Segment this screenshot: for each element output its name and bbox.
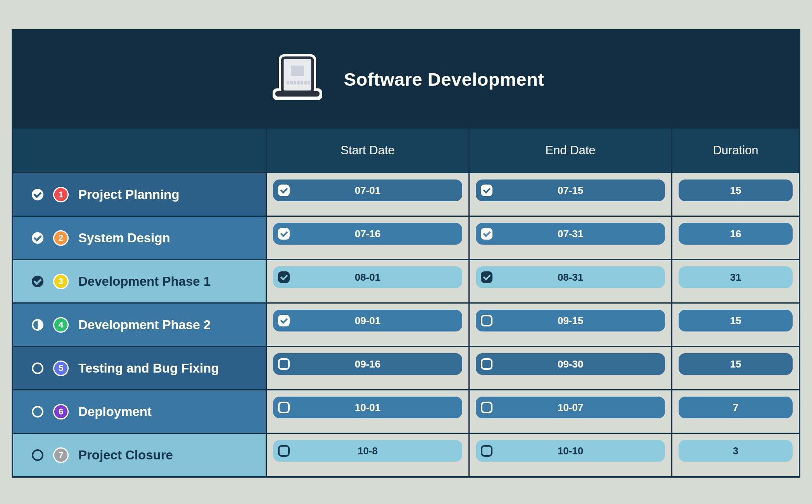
duration-pill[interactable]: 15 (679, 180, 793, 201)
table-body: 1 Project Planning 07-01 07-15 15 2 Syst… (13, 172, 799, 476)
duration-pill[interactable]: 15 (679, 310, 793, 331)
start-date-checkbox[interactable] (278, 271, 290, 283)
start-date-cell: 07-16 (267, 217, 470, 259)
duration-pill[interactable]: 31 (679, 266, 793, 288)
end-date-checkbox[interactable] (481, 271, 492, 283)
status-icon (32, 189, 43, 200)
status-icon (32, 449, 43, 461)
task-name: Project Closure (78, 448, 173, 463)
start-date-value: 09-01 (355, 315, 381, 327)
task-number-badge: 6 (53, 404, 69, 419)
status-icon (32, 319, 43, 331)
start-date-checkbox[interactable] (278, 315, 290, 326)
start-date-checkbox[interactable] (278, 402, 290, 413)
task-cell: 7 Project Closure (13, 434, 267, 476)
duration-pill[interactable]: 3 (679, 440, 793, 462)
task-name: Development Phase 1 (78, 274, 211, 289)
duration-cell: 31 (672, 260, 799, 302)
duration-pill[interactable]: 7 (679, 397, 793, 418)
duration-value: 7 (733, 402, 738, 414)
task-number-badge: 7 (53, 447, 69, 463)
duration-cell: 7 (672, 390, 799, 433)
task-number-badge: 3 (53, 274, 69, 289)
end-date-pill[interactable]: 08-31 (476, 266, 665, 288)
table-row: 6 Deployment 10-01 10-07 7 (13, 389, 799, 433)
start-date-pill[interactable]: 10-01 (273, 397, 462, 418)
status-icon (32, 232, 43, 244)
start-date-checkbox[interactable] (278, 358, 290, 370)
end-date-pill[interactable]: 09-15 (476, 310, 665, 331)
duration-cell: 15 (672, 304, 799, 346)
task-cell: 4 Development Phase 2 (13, 304, 267, 346)
start-date-pill[interactable]: 10-8 (273, 440, 462, 462)
start-date-pill[interactable]: 07-16 (273, 223, 462, 245)
end-date-value: 09-15 (558, 315, 584, 327)
start-date-checkbox[interactable] (278, 445, 290, 457)
end-date-checkbox[interactable] (481, 358, 492, 370)
end-date-pill[interactable]: 10-07 (476, 397, 665, 418)
project-table: Software Development Start Date End Date… (12, 29, 800, 478)
start-date-cell: 09-16 (267, 347, 470, 389)
task-name: Project Planning (78, 187, 179, 202)
start-date-cell: 08-01 (267, 260, 470, 302)
start-date-cell: 09-01 (267, 304, 470, 346)
table-row: 7 Project Closure 10-8 10-10 3 (13, 433, 799, 476)
start-date-pill[interactable]: 08-01 (273, 266, 462, 288)
start-date-cell: 10-8 (267, 434, 470, 476)
start-date-checkbox[interactable] (278, 185, 290, 196)
duration-value: 15 (730, 315, 741, 327)
status-icon (32, 362, 43, 374)
task-cell: 1 Project Planning (13, 173, 267, 216)
table-row: 4 Development Phase 2 09-01 09-15 15 (13, 302, 799, 346)
duration-value: 3 (733, 445, 738, 457)
end-date-checkbox[interactable] (481, 185, 492, 196)
start-date-value: 09-16 (355, 358, 381, 370)
start-date-pill[interactable]: 09-01 (273, 310, 462, 331)
duration-value: 31 (730, 271, 741, 283)
end-date-pill[interactable]: 07-31 (476, 223, 665, 245)
task-number-badge: 5 (53, 361, 69, 376)
end-date-pill[interactable]: 10-10 (476, 440, 665, 462)
table-row: 3 Development Phase 1 08-01 08-31 31 (13, 259, 799, 302)
end-date-checkbox[interactable] (481, 402, 492, 413)
duration-pill[interactable]: 15 (679, 353, 793, 375)
task-cell: 6 Deployment (13, 390, 267, 433)
task-number-badge: 1 (53, 187, 69, 202)
end-date-pill[interactable]: 09-30 (476, 353, 665, 375)
column-header-row: Start Date End Date Duration (13, 129, 799, 172)
column-header-end-date: End Date (470, 129, 672, 172)
end-date-cell: 07-15 (470, 173, 672, 216)
duration-value: 16 (730, 228, 741, 240)
end-date-checkbox[interactable] (481, 445, 492, 457)
start-date-value: 07-01 (355, 185, 381, 197)
task-name: Deployment (78, 404, 152, 419)
start-date-value: 08-01 (355, 271, 381, 283)
duration-value: 15 (730, 358, 741, 370)
end-date-cell: 09-15 (470, 304, 672, 346)
end-date-pill[interactable]: 07-15 (476, 180, 665, 201)
start-date-pill[interactable]: 07-01 (273, 180, 462, 201)
task-name: System Design (78, 231, 170, 245)
end-date-cell: 08-31 (470, 260, 672, 302)
task-cell: 3 Development Phase 1 (13, 260, 267, 302)
start-date-pill[interactable]: 09-16 (273, 353, 462, 375)
task-name: Testing and Bug Fixing (78, 361, 219, 376)
end-date-checkbox[interactable] (481, 315, 492, 326)
table-row: 2 System Design 07-16 07-31 16 (13, 216, 799, 259)
duration-cell: 15 (672, 173, 799, 216)
end-date-checkbox[interactable] (481, 228, 492, 240)
end-date-value: 10-10 (558, 445, 584, 457)
task-number-badge: 4 (53, 317, 69, 333)
start-date-value: 10-01 (355, 402, 381, 414)
task-number-badge: 2 (53, 230, 69, 246)
end-date-cell: 09-30 (470, 347, 672, 389)
page-title: Software Development (344, 69, 544, 90)
duration-pill[interactable]: 16 (679, 223, 793, 245)
task-cell: 5 Testing and Bug Fixing (13, 347, 267, 389)
duration-cell: 16 (672, 217, 799, 259)
duration-cell: 15 (672, 347, 799, 389)
task-cell: 2 System Design (13, 217, 267, 259)
end-date-value: 09-30 (558, 358, 584, 370)
status-icon (32, 276, 43, 287)
start-date-checkbox[interactable] (278, 228, 290, 240)
